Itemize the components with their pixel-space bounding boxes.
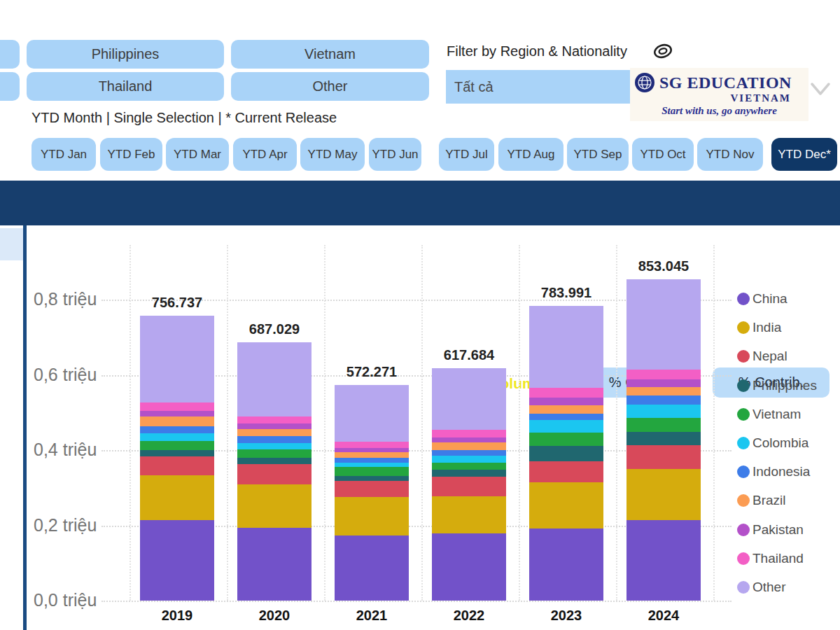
month-button-ytd-jun[interactable]: YTD Jun <box>369 138 421 171</box>
month-button-ytd-jul[interactable]: YTD Jul <box>439 138 494 171</box>
bar-segment-nepal-2019[interactable] <box>140 456 214 475</box>
bar-segment-philippines-2019[interactable] <box>140 450 214 456</box>
bar-segment-pakistan-2019[interactable] <box>140 411 214 416</box>
bar-segment-nepal-2021[interactable] <box>335 481 409 497</box>
month-button-ytd-jan[interactable]: YTD Jan <box>31 138 96 171</box>
bar-segment-india-2022[interactable] <box>432 496 506 533</box>
legend-item-pakistan[interactable]: Pakistan <box>737 522 804 538</box>
bar-segment-vietnam-2022[interactable] <box>432 463 506 470</box>
bar-segment-vietnam-2023[interactable] <box>529 433 603 447</box>
bar-segment-colombia-2024[interactable] <box>626 405 701 417</box>
bar-segment-colombia-2020[interactable] <box>237 443 312 449</box>
chevron-down-icon[interactable] <box>806 76 834 104</box>
bar-segment-nepal-2022[interactable] <box>432 477 506 496</box>
bar-segment-pakistan-2020[interactable] <box>237 424 312 429</box>
month-button-ytd-nov[interactable]: YTD Nov <box>697 138 763 171</box>
bar-segment-other-2021[interactable] <box>335 385 409 441</box>
legend-item-philippines[interactable]: Philippines <box>737 377 817 394</box>
bar-segment-vietnam-2024[interactable] <box>626 418 701 432</box>
bar-segment-india-2023[interactable] <box>529 482 603 528</box>
bar-segment-nepal-2024[interactable] <box>626 445 701 469</box>
bar-segment-indonesia-2019[interactable] <box>140 426 214 433</box>
region-button-edge-2[interactable] <box>0 72 20 101</box>
bar-segment-thailand-2023[interactable] <box>529 388 603 398</box>
bar-segment-china-2021[interactable] <box>335 536 409 601</box>
region-button-other[interactable]: Other <box>231 72 429 101</box>
nationality-dropdown[interactable]: Tất cả <box>446 70 630 104</box>
bar-segment-vietnam-2019[interactable] <box>140 441 214 450</box>
bar-segment-nepal-2020[interactable] <box>237 464 312 485</box>
bar-segment-nepal-2023[interactable] <box>529 461 603 482</box>
eraser-clear-filter-icon[interactable] <box>652 41 673 64</box>
legend-item-colombia[interactable]: Colombia <box>737 435 808 451</box>
slicer-caption: YTD Month | Single Selection | * Current… <box>31 110 337 126</box>
bar-segment-other-2019[interactable] <box>140 316 214 402</box>
bar-segment-philippines-2022[interactable] <box>432 470 506 477</box>
bar-segment-other-2023[interactable] <box>529 306 603 388</box>
bar-segment-colombia-2023[interactable] <box>529 420 603 432</box>
bar-segment-thailand-2019[interactable] <box>140 402 214 411</box>
bar-segment-india-2020[interactable] <box>237 484 312 528</box>
bar-segment-brazil-2020[interactable] <box>237 429 312 436</box>
bar-segment-philippines-2020[interactable] <box>237 458 312 464</box>
bar-segment-thailand-2021[interactable] <box>335 442 409 448</box>
month-button-ytd-feb[interactable]: YTD Feb <box>100 138 162 171</box>
bar-segment-indonesia-2023[interactable] <box>529 414 603 420</box>
bar-segment-india-2019[interactable] <box>140 475 214 520</box>
bar-segment-brazil-2022[interactable] <box>432 442 506 450</box>
bar-segment-pakistan-2022[interactable] <box>432 438 506 442</box>
bar-segment-colombia-2021[interactable] <box>335 463 409 467</box>
legend-item-brazil[interactable]: Brazil <box>737 492 786 509</box>
month-button-ytd-apr[interactable]: YTD Apr <box>233 138 297 171</box>
bar-segment-india-2024[interactable] <box>626 469 701 520</box>
bar-segment-pakistan-2021[interactable] <box>335 448 409 453</box>
bar-segment-indonesia-2022[interactable] <box>432 450 506 456</box>
bar-segment-thailand-2024[interactable] <box>626 370 701 379</box>
logo-name: SG EDUCATION <box>659 74 792 91</box>
region-button-edge-1[interactable] <box>0 40 20 69</box>
bar-segment-philippines-2024[interactable] <box>626 432 701 445</box>
bar-segment-pakistan-2024[interactable] <box>626 379 701 387</box>
region-button-vietnam[interactable]: Vietnam <box>231 40 429 69</box>
legend-item-thailand[interactable]: Thailand <box>737 550 804 567</box>
bar-segment-brazil-2019[interactable] <box>140 416 214 426</box>
month-button-ytd-may[interactable]: YTD May <box>300 138 365 171</box>
month-button-ytd-mar[interactable]: YTD Mar <box>166 138 229 171</box>
bar-segment-china-2019[interactable] <box>140 520 214 601</box>
legend-item-china[interactable]: China <box>737 290 788 307</box>
bar-segment-vietnam-2020[interactable] <box>237 449 312 457</box>
bar-segment-philippines-2023[interactable] <box>529 446 603 461</box>
bar-segment-vietnam-2021[interactable] <box>335 467 409 476</box>
month-button-ytd-dec[interactable]: YTD Dec* <box>771 138 837 171</box>
bar-segment-indonesia-2020[interactable] <box>237 436 312 443</box>
bar-segment-china-2024[interactable] <box>626 520 701 601</box>
bar-segment-china-2023[interactable] <box>529 528 603 601</box>
legend-item-nepal[interactable]: Nepal <box>737 348 788 365</box>
bar-segment-thailand-2020[interactable] <box>237 416 312 423</box>
bar-segment-colombia-2022[interactable] <box>432 456 506 463</box>
region-button-thailand[interactable]: Thailand <box>27 72 224 101</box>
bar-segment-colombia-2019[interactable] <box>140 433 214 440</box>
legend-item-india[interactable]: India <box>737 319 781 336</box>
bar-segment-indonesia-2021[interactable] <box>335 458 409 463</box>
bar-segment-other-2024[interactable] <box>626 279 701 370</box>
bar-segment-indonesia-2024[interactable] <box>626 396 701 405</box>
bar-segment-india-2021[interactable] <box>335 497 409 536</box>
bar-segment-china-2022[interactable] <box>432 533 506 601</box>
bar-segment-thailand-2022[interactable] <box>432 430 506 438</box>
bar-segment-brazil-2023[interactable] <box>529 405 603 414</box>
bar-segment-brazil-2021[interactable] <box>335 452 409 457</box>
month-button-ytd-sep[interactable]: YTD Sep <box>567 138 629 171</box>
bar-segment-pakistan-2023[interactable] <box>529 398 603 406</box>
region-button-philippines[interactable]: Philippines <box>27 40 224 69</box>
bar-segment-philippines-2021[interactable] <box>335 476 409 481</box>
month-button-ytd-oct[interactable]: YTD Oct <box>632 138 694 171</box>
legend-item-indonesia[interactable]: Indonesia <box>737 463 810 480</box>
month-button-ytd-aug[interactable]: YTD Aug <box>498 138 564 171</box>
legend-item-vietnam[interactable]: Vietnam <box>737 406 801 423</box>
legend-item-other[interactable]: Other <box>737 579 786 596</box>
bar-segment-other-2022[interactable] <box>432 368 506 430</box>
bar-segment-china-2020[interactable] <box>237 528 312 601</box>
bar-segment-other-2020[interactable] <box>237 342 312 416</box>
bar-segment-brazil-2024[interactable] <box>626 387 701 396</box>
